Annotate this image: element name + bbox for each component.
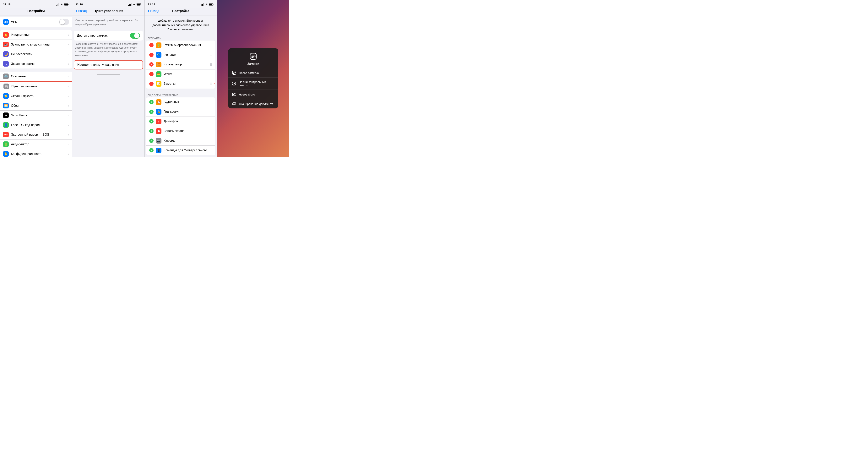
customize-item[interactable]: Настроить элем. управления › — [74, 61, 143, 69]
svg-rect-10 — [131, 3, 131, 6]
settings-item-general[interactable]: ⚙️ Основные › — [0, 71, 72, 81]
svg-rect-16 — [202, 4, 203, 6]
chevron-notifications: › — [68, 33, 69, 36]
notifications-label: Уведомления — [11, 33, 66, 37]
more-item-guidedaccess[interactable]: + 🔒 Гид-доступ — [146, 107, 215, 117]
settings-item-controlcenter[interactable]: ▤ Пункт управления › — [0, 81, 72, 91]
scan-icon — [232, 102, 236, 106]
remove-notes[interactable]: − — [149, 82, 154, 86]
vpn-label: VPN — [11, 20, 58, 24]
include-item-flashlight[interactable]: − 🔦 Фонарик ☰ — [146, 50, 215, 60]
back-chevron-icon-3 — [148, 9, 150, 12]
add-screenrecord[interactable]: + — [149, 129, 154, 133]
settings-item-donotdisturb[interactable]: 🌙 Не беспокоить › — [0, 49, 72, 59]
checklist-label: Новый контрольный список — [239, 80, 275, 87]
remove-calculator[interactable]: − — [149, 62, 154, 66]
customize-scroll: Добавляйте и изменяйте порядок дополните… — [145, 16, 217, 157]
customize-header-text: Добавляйте и изменяйте порядок дополните… — [145, 16, 217, 35]
status-time-1: 22:18 — [3, 3, 10, 6]
include-item-powersave[interactable]: − 🔋 Режим энергосбережения ☰ — [146, 40, 215, 50]
chevron-screentime: › — [68, 62, 69, 65]
more-item-camera[interactable]: + 📷 Камера — [146, 136, 215, 146]
vpn-toggle[interactable] — [59, 19, 69, 25]
drag-wallet[interactable]: ☰ — [210, 72, 212, 76]
include-item-notes[interactable]: − 📝 Заметки ☰ — [146, 79, 215, 89]
settings-item-display[interactable]: ☀️ Экран и яркость › — [0, 91, 72, 101]
more-item-alarm[interactable]: + ⏰ Будильник — [146, 97, 215, 107]
chevron-faceid: › — [68, 123, 69, 126]
settings-item-sos[interactable]: SOS Экстренный вызов — SOS › — [0, 130, 72, 140]
notes-popup-header: Заметки — [228, 48, 278, 68]
back-button-2[interactable]: Назад — [75, 9, 87, 13]
access-group: Доступ в программах Разрешить доступ к П… — [74, 31, 143, 59]
chevron-display: › — [68, 94, 69, 98]
calculator-label: Калькулятор — [164, 63, 210, 66]
svg-rect-17 — [203, 3, 204, 6]
popup-item-scan[interactable]: Сканирование документа — [228, 99, 278, 109]
include-item-wallet[interactable]: − 💳 Wallet ☰ — [146, 69, 215, 79]
signal-icon — [56, 3, 59, 6]
settings-group-main: 🔔 Уведомления › 🔊 Звуки, тактильные сигн… — [0, 30, 72, 68]
settings-item-sounds[interactable]: 🔊 Звуки, тактильные сигналы › — [0, 40, 72, 49]
screenrecord-icon: ⏺ — [156, 128, 161, 134]
controlcenter-panel: 22:18 Назад — [72, 0, 145, 157]
remove-powersave[interactable]: − — [149, 43, 154, 47]
popup-item-photo[interactable]: Новое фото — [228, 90, 278, 99]
svg-rect-0 — [56, 5, 57, 6]
access-programs-item[interactable]: Доступ в программах — [74, 31, 143, 40]
drag-notes[interactable]: ☰ — [210, 82, 212, 86]
settings-item-siri[interactable]: ◉ Siri и Поиск › — [0, 111, 72, 120]
access-toggle[interactable] — [130, 33, 140, 38]
chevron-siri: › — [68, 114, 69, 117]
add-camera[interactable]: + — [149, 139, 154, 143]
battery-icon — [64, 3, 69, 6]
remove-wallet[interactable]: − — [149, 72, 154, 76]
sos-icon: SOS — [3, 132, 9, 137]
checklist-icon — [232, 82, 236, 86]
controlcenter-scroll: Смахните вниз с верхней правой части экр… — [72, 16, 145, 157]
svg-rect-7 — [128, 5, 129, 6]
more-item-voicememo[interactable]: + 🎙 Диктофон — [146, 117, 215, 126]
arrow-indicator — [213, 80, 215, 88]
add-guidedaccess[interactable]: + — [149, 110, 154, 114]
status-bar-2: 22:18 — [72, 0, 145, 7]
add-alarm[interactable]: + — [149, 100, 154, 104]
add-shortcuts[interactable]: + — [149, 148, 154, 152]
faceid-label: Face ID и код-пароль — [11, 123, 66, 127]
more-item-shortcuts[interactable]: + 📱 Команды для Универсального... — [146, 146, 215, 155]
back-button-3[interactable]: Назад — [148, 9, 159, 13]
settings-item-faceid[interactable]: 👤 Face ID и код-пароль › — [0, 120, 72, 130]
more-list: + ⏰ Будильник + 🔒 Гид-доступ + 🎙 Диктофо… — [146, 97, 215, 155]
svg-rect-13 — [141, 4, 141, 5]
popup-item-checklist[interactable]: Новый контрольный список — [228, 78, 278, 90]
battery-label: Аккумулятор — [11, 143, 66, 146]
settings-item-screentime[interactable]: ⏱ Экранное время › — [0, 59, 72, 68]
add-voicememo[interactable]: + — [149, 119, 154, 123]
settings-item-vpn[interactable]: VPN VPN — [0, 17, 72, 27]
customize-title: Настройка — [172, 9, 189, 13]
vpn-icon: VPN — [3, 19, 9, 25]
more-item-screenrecord[interactable]: + ⏺ Запись экрана — [146, 126, 215, 136]
display-label: Экран и яркость — [11, 94, 66, 98]
flashlight-icon: 🔦 — [156, 52, 161, 58]
popup-item-new-note[interactable]: Новая заметка — [228, 68, 278, 78]
donotdisturb-icon: 🌙 — [3, 51, 9, 57]
screenrecord-label: Запись экрана — [164, 129, 212, 133]
remove-flashlight[interactable]: − — [149, 53, 154, 57]
signal-icon-2 — [128, 3, 131, 6]
settings-item-battery[interactable]: 🔋 Аккумулятор › — [0, 140, 72, 149]
drag-calculator[interactable]: ☰ — [210, 63, 212, 66]
flashlight-label: Фонарик — [164, 53, 210, 57]
siri-label: Siri и Поиск — [11, 114, 66, 117]
settings-item-privacy[interactable]: ✋ Конфиденциальность › — [0, 149, 72, 157]
settings-item-notifications[interactable]: 🔔 Уведомления › — [0, 30, 72, 40]
include-item-calculator[interactable]: − 🧮 Калькулятор ☰ — [146, 60, 215, 69]
settings-item-wallpaper[interactable]: 🌅 Обои › — [0, 101, 72, 111]
drag-flashlight[interactable]: ☰ — [210, 53, 212, 57]
customize-panel: 22:18 Назад — [145, 0, 217, 157]
guidedaccess-label: Гид-доступ — [164, 110, 212, 113]
wallpaper-label: Обои — [11, 104, 66, 108]
drag-powersave[interactable]: ☰ — [210, 43, 212, 47]
svg-rect-2 — [58, 4, 58, 6]
status-bar-3: 22:18 — [145, 0, 217, 7]
